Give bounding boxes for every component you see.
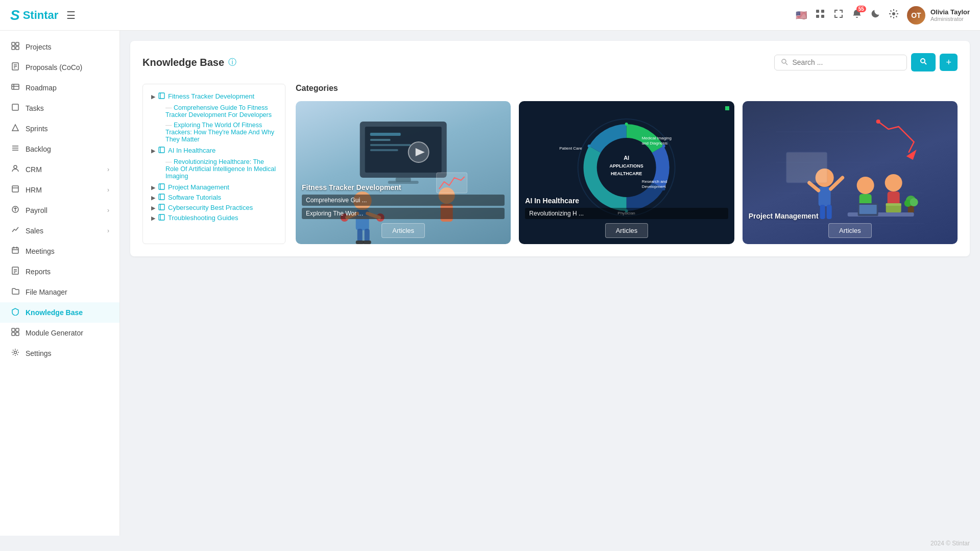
sidebar-item-proposals[interactable]: Proposals (CoCo) [0,57,119,78]
svg-point-120 [910,198,918,206]
sidebar-item-meetings[interactable]: Meetings [0,241,119,261]
reports-icon [10,267,20,277]
tree-parent-software[interactable]: ▶ Software Tutorials [151,194,277,202]
tree-arrow-cybersecurity: ▶ [151,205,155,211]
svg-rect-27 [12,248,18,253]
sidebar-label-sales: Sales [26,227,43,235]
svg-rect-22 [12,186,18,192]
sidebar-label-hrm: HRM [26,186,42,194]
sidebar-item-sales[interactable]: Sales › [0,221,119,241]
payroll-icon [10,205,20,215]
flag-icon[interactable]: 🇺🇸 [796,10,807,21]
tree-parent-cybersecurity[interactable]: ▶ Cybersecurity Best Practices [151,204,277,212]
tree-child-fitness-2[interactable]: Exploring The World Of Fitness Trackers:… [165,120,277,145]
category-card-fitness[interactable]: Fitness Tracker Development Comprehensiv… [296,101,511,244]
tree-child-fitness-1[interactable]: Comprehensive Guide To Fitness Tracker D… [165,103,277,120]
tree-icon-ai [158,147,165,155]
sidebar-item-roadmap[interactable]: Roadmap [0,78,119,98]
moon-icon[interactable] [870,9,880,21]
svg-text:AI: AI [624,155,629,161]
sidebar-item-module-generator[interactable]: Module Generator [0,323,119,343]
svg-rect-38 [16,332,19,336]
svg-rect-7 [12,46,15,50]
settings-gear-icon[interactable] [889,9,899,21]
info-icon[interactable]: ⓘ [228,57,236,68]
svg-rect-5 [12,42,15,45]
sidebar-item-projects[interactable]: Projects [0,37,119,57]
tree-parent-troubleshooting[interactable]: ▶ Troubleshooting Guides [151,214,277,222]
expand-icon[interactable] [833,9,844,21]
pm-articles-button[interactable]: Articles [828,223,872,238]
tree-panel: ▶ Fitness Tracker Development Comprehens… [142,84,285,244]
tree-icon-troubleshooting [158,214,165,222]
sidebar-item-payroll[interactable]: Payroll › [0,200,119,221]
sidebar-label-module-generator: Module Generator [26,329,83,337]
sidebar-item-backlog[interactable]: Backlog [0,139,119,159]
svg-rect-8 [16,46,19,50]
svg-marker-101 [906,150,916,160]
sidebar-item-sprints[interactable]: Sprints [0,118,119,139]
tree-arrow-ai: ▶ [151,148,155,154]
file-manager-icon [10,287,20,297]
tree-icon-pm [158,183,165,191]
svg-rect-2 [816,15,819,18]
hrm-icon [10,185,20,195]
page-card: Knowledge Base ⓘ + [130,41,970,256]
fitness-articles-button[interactable]: Articles [381,223,425,238]
tree-label-cybersecurity: Cybersecurity Best Practices [168,204,253,211]
svg-rect-103 [818,187,830,206]
sidebar-item-knowledge-base[interactable]: Knowledge Base [0,302,119,323]
ai-card-content: AI In Healthcare Revolutionizing H ... A… [519,193,734,244]
sidebar-label-tasks: Tasks [26,104,44,112]
category-card-pm[interactable]: Project Management Articles [743,101,958,244]
sidebar-item-hrm[interactable]: HRM › [0,180,119,200]
tree-icon-cybersecurity [158,204,165,212]
categories-label: Categories [296,84,958,93]
fitness-card-title: Fitness Tracker Development [302,183,505,191]
svg-point-21 [14,165,17,169]
sidebar-label-proposals: Proposals (CoCo) [26,63,82,71]
ai-article-items: Revolutionizing H ... [525,208,728,219]
svg-point-92 [662,145,665,148]
svg-point-4 [892,12,895,15]
svg-rect-50 [159,194,164,200]
tree-parent-pm[interactable]: ▶ Project Management [151,183,277,191]
svg-text:Research and: Research and [642,179,667,184]
notification-bell-icon[interactable]: 55 [852,9,862,21]
sidebar-item-file-manager[interactable]: File Manager [0,282,119,302]
svg-rect-16 [12,104,18,110]
add-button[interactable]: + [940,54,958,71]
sidebar-item-crm[interactable]: CRM › [0,159,119,180]
svg-rect-36 [16,328,19,331]
header-left: S Stintar ☰ [10,7,76,23]
tree-child-ai-1[interactable]: Revolutionizing Healthcare: The Role Of … [165,157,277,181]
sidebar-item-reports[interactable]: Reports [0,261,119,282]
svg-point-40 [782,59,786,63]
svg-rect-13 [12,84,19,89]
tasks-icon [10,103,20,113]
user-profile-area[interactable]: OT Olivia Taylor Administrator [907,6,970,25]
tree-arrow-fitness: ▶ [151,93,155,100]
tree-parent-fitness[interactable]: ▶ Fitness Tracker Development [151,92,277,101]
sidebar-item-tasks[interactable]: Tasks [0,98,119,118]
ai-articles-button[interactable]: Articles [605,223,649,238]
sidebar-item-settings[interactable]: Settings [0,343,119,364]
content-area: ▶ Fitness Tracker Development Comprehens… [142,84,958,244]
avatar-initials: OT [907,6,925,25]
meetings-icon [10,246,20,256]
search-input[interactable] [792,58,900,66]
hrm-arrow-icon: › [107,186,109,194]
notification-badge: 55 [856,6,866,12]
search-box [774,55,907,70]
search-button[interactable] [911,53,936,71]
hamburger-menu[interactable]: ☰ [66,9,76,21]
tree-arrow-software: ▶ [151,195,155,201]
svg-text:Medical Imaging: Medical Imaging [642,136,672,140]
sidebar-label-sprints: Sprints [26,125,48,133]
category-card-ai[interactable]: AI APPLICATIONS HEALTHCARE Medical Imagi… [519,101,734,244]
svg-point-95 [588,145,591,148]
sprints-icon [10,124,20,134]
tree-item-ai: ▶ AI In Healthcare Revolutionizing Healt… [151,147,277,181]
apps-icon[interactable] [815,9,825,21]
tree-parent-ai[interactable]: ▶ AI In Healthcare [151,147,277,155]
